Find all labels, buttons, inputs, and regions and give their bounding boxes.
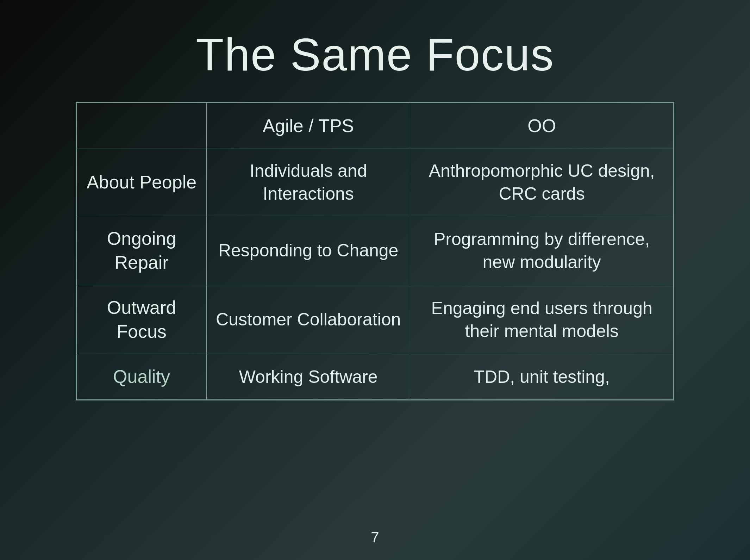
row-agile-about-people: Individuals and Interactions: [207, 149, 410, 216]
row-label-ongoing-repair: Ongoing Repair: [77, 216, 207, 285]
table-row: Outward Focus Customer Collaboration Eng…: [77, 285, 674, 354]
comparison-table: Agile / TPS OO About People Individuals …: [76, 103, 674, 400]
row-label-outward-focus: Outward Focus: [77, 285, 207, 354]
row-oo-about-people: Anthropomorphic UC design, CRC cards: [410, 149, 674, 216]
header-agile-tps: Agile / TPS: [207, 103, 410, 149]
table-row: Quality Working Software TDD, unit testi…: [77, 354, 674, 400]
row-agile-outward-focus: Customer Collaboration: [207, 285, 410, 354]
slide-title: The Same Focus: [0, 28, 750, 81]
table-header-row: Agile / TPS OO: [77, 103, 674, 149]
comparison-table-container: Agile / TPS OO About People Individuals …: [76, 102, 674, 400]
row-label-about-people: About People: [77, 149, 207, 216]
row-agile-ongoing-repair: Responding to Change: [207, 216, 410, 285]
header-oo: OO: [410, 103, 674, 149]
row-oo-outward-focus: Engaging end users through their mental …: [410, 285, 674, 354]
slide-title-area: The Same Focus: [0, 0, 750, 102]
table-row: About People Individuals and Interaction…: [77, 149, 674, 216]
row-oo-ongoing-repair: Programming by difference, new modularit…: [410, 216, 674, 285]
header-empty-cell: [77, 103, 207, 149]
row-agile-quality: Working Software: [207, 354, 410, 400]
page-number: 7: [371, 529, 379, 546]
table-row: Ongoing Repair Responding to Change Prog…: [77, 216, 674, 285]
row-oo-quality: TDD, unit testing,: [410, 354, 674, 400]
row-label-quality: Quality: [77, 354, 207, 400]
